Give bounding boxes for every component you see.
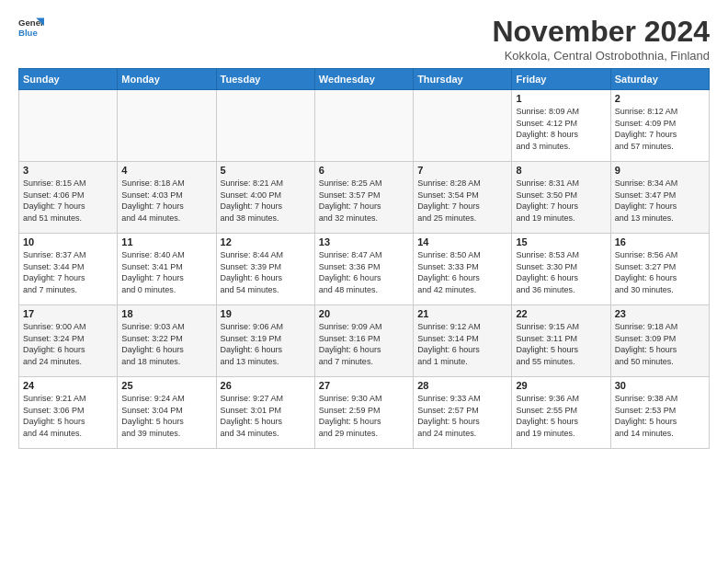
day-number: 3 — [23, 165, 113, 176]
day-number: 9 — [615, 165, 705, 176]
logo-icon: General Blue — [18, 15, 44, 40]
day-info: Sunrise: 9:21 AM Sunset: 3:06 PM Dayligh… — [23, 393, 113, 439]
day-info: Sunrise: 8:50 AM Sunset: 3:33 PM Dayligh… — [417, 249, 507, 295]
day-cell: 19Sunrise: 9:06 AM Sunset: 3:19 PM Dayli… — [216, 305, 314, 377]
day-info: Sunrise: 9:24 AM Sunset: 3:04 PM Dayligh… — [121, 393, 211, 439]
day-info: Sunrise: 8:18 AM Sunset: 4:03 PM Dayligh… — [121, 178, 211, 224]
day-cell: 9Sunrise: 8:34 AM Sunset: 3:47 PM Daylig… — [610, 162, 709, 234]
day-number: 4 — [121, 165, 211, 176]
day-cell — [314, 90, 413, 162]
page-container: General Blue November 2024 Kokkola, Cent… — [0, 0, 728, 458]
day-info: Sunrise: 8:47 AM Sunset: 3:36 PM Dayligh… — [319, 249, 409, 295]
day-number: 28 — [417, 380, 507, 391]
calendar-table: SundayMondayTuesdayWednesdayThursdayFrid… — [18, 68, 710, 449]
day-info: Sunrise: 9:09 AM Sunset: 3:16 PM Dayligh… — [319, 321, 409, 367]
day-cell: 15Sunrise: 8:53 AM Sunset: 3:30 PM Dayli… — [512, 234, 610, 305]
day-info: Sunrise: 8:53 AM Sunset: 3:30 PM Dayligh… — [516, 249, 606, 295]
day-info: Sunrise: 8:28 AM Sunset: 3:54 PM Dayligh… — [417, 178, 507, 224]
day-cell — [19, 90, 118, 162]
day-info: Sunrise: 9:33 AM Sunset: 2:57 PM Dayligh… — [417, 393, 507, 439]
day-cell: 7Sunrise: 8:28 AM Sunset: 3:54 PM Daylig… — [414, 162, 512, 234]
day-info: Sunrise: 9:38 AM Sunset: 2:53 PM Dayligh… — [615, 393, 705, 439]
week-row-3: 10Sunrise: 8:37 AM Sunset: 3:44 PM Dayli… — [19, 234, 710, 305]
day-cell: 4Sunrise: 8:18 AM Sunset: 4:03 PM Daylig… — [118, 162, 216, 234]
day-header-tuesday: Tuesday — [216, 69, 314, 90]
week-row-2: 3Sunrise: 8:15 AM Sunset: 4:06 PM Daylig… — [19, 162, 710, 234]
day-info: Sunrise: 9:12 AM Sunset: 3:14 PM Dayligh… — [417, 321, 507, 367]
day-cell: 30Sunrise: 9:38 AM Sunset: 2:53 PM Dayli… — [610, 377, 709, 449]
day-cell: 11Sunrise: 8:40 AM Sunset: 3:41 PM Dayli… — [118, 234, 216, 305]
day-number: 25 — [121, 380, 211, 391]
day-info: Sunrise: 8:44 AM Sunset: 3:39 PM Dayligh… — [221, 249, 311, 295]
day-cell: 10Sunrise: 8:37 AM Sunset: 3:44 PM Dayli… — [19, 234, 118, 305]
day-cell: 25Sunrise: 9:24 AM Sunset: 3:04 PM Dayli… — [118, 377, 216, 449]
day-info: Sunrise: 8:37 AM Sunset: 3:44 PM Dayligh… — [23, 249, 113, 295]
day-cell: 2Sunrise: 8:12 AM Sunset: 4:09 PM Daylig… — [610, 90, 709, 162]
day-cell: 24Sunrise: 9:21 AM Sunset: 3:06 PM Dayli… — [19, 377, 118, 449]
day-number: 23 — [615, 308, 705, 319]
title-block: November 2024 Kokkola, Central Ostroboth… — [492, 15, 710, 63]
day-number: 27 — [319, 380, 409, 391]
day-number: 20 — [319, 308, 409, 319]
day-info: Sunrise: 8:09 AM Sunset: 4:12 PM Dayligh… — [516, 106, 606, 152]
day-info: Sunrise: 9:06 AM Sunset: 3:19 PM Dayligh… — [221, 321, 311, 367]
day-cell: 16Sunrise: 8:56 AM Sunset: 3:27 PM Dayli… — [610, 234, 709, 305]
day-number: 11 — [121, 236, 211, 247]
day-number: 16 — [615, 236, 705, 247]
day-cell: 26Sunrise: 9:27 AM Sunset: 3:01 PM Dayli… — [216, 377, 314, 449]
day-info: Sunrise: 9:15 AM Sunset: 3:11 PM Dayligh… — [516, 321, 606, 367]
day-info: Sunrise: 8:40 AM Sunset: 3:41 PM Dayligh… — [121, 249, 211, 295]
day-number: 6 — [319, 165, 409, 176]
day-header-friday: Friday — [512, 69, 610, 90]
day-number: 26 — [221, 380, 311, 391]
day-cell: 22Sunrise: 9:15 AM Sunset: 3:11 PM Dayli… — [512, 305, 610, 377]
day-info: Sunrise: 8:12 AM Sunset: 4:09 PM Dayligh… — [615, 106, 705, 152]
day-number: 5 — [221, 165, 311, 176]
day-number: 29 — [516, 380, 606, 391]
svg-text:Blue: Blue — [18, 28, 38, 38]
day-info: Sunrise: 9:27 AM Sunset: 3:01 PM Dayligh… — [221, 393, 311, 439]
day-info: Sunrise: 9:18 AM Sunset: 3:09 PM Dayligh… — [615, 321, 705, 367]
day-number: 19 — [221, 308, 311, 319]
day-cell: 27Sunrise: 9:30 AM Sunset: 2:59 PM Dayli… — [314, 377, 413, 449]
day-cell: 3Sunrise: 8:15 AM Sunset: 4:06 PM Daylig… — [19, 162, 118, 234]
day-cell: 12Sunrise: 8:44 AM Sunset: 3:39 PM Dayli… — [216, 234, 314, 305]
day-info: Sunrise: 8:25 AM Sunset: 3:57 PM Dayligh… — [319, 178, 409, 224]
day-info: Sunrise: 9:03 AM Sunset: 3:22 PM Dayligh… — [121, 321, 211, 367]
header-row: SundayMondayTuesdayWednesdayThursdayFrid… — [19, 69, 710, 90]
day-info: Sunrise: 8:34 AM Sunset: 3:47 PM Dayligh… — [615, 178, 705, 224]
day-cell: 23Sunrise: 9:18 AM Sunset: 3:09 PM Dayli… — [610, 305, 709, 377]
day-cell: 17Sunrise: 9:00 AM Sunset: 3:24 PM Dayli… — [19, 305, 118, 377]
day-number: 15 — [516, 236, 606, 247]
day-cell: 28Sunrise: 9:33 AM Sunset: 2:57 PM Dayli… — [414, 377, 512, 449]
day-cell: 1Sunrise: 8:09 AM Sunset: 4:12 PM Daylig… — [512, 90, 610, 162]
day-header-monday: Monday — [118, 69, 216, 90]
day-info: Sunrise: 8:21 AM Sunset: 4:00 PM Dayligh… — [221, 178, 311, 224]
day-header-wednesday: Wednesday — [314, 69, 413, 90]
day-number: 2 — [615, 93, 705, 104]
day-number: 18 — [121, 308, 211, 319]
day-header-thursday: Thursday — [414, 69, 512, 90]
day-info: Sunrise: 8:56 AM Sunset: 3:27 PM Dayligh… — [615, 249, 705, 295]
week-row-5: 24Sunrise: 9:21 AM Sunset: 3:06 PM Dayli… — [19, 377, 710, 449]
day-cell: 21Sunrise: 9:12 AM Sunset: 3:14 PM Dayli… — [414, 305, 512, 377]
day-number: 24 — [23, 380, 113, 391]
day-number: 17 — [23, 308, 113, 319]
day-info: Sunrise: 9:00 AM Sunset: 3:24 PM Dayligh… — [23, 321, 113, 367]
day-cell: 20Sunrise: 9:09 AM Sunset: 3:16 PM Dayli… — [314, 305, 413, 377]
day-number: 14 — [417, 236, 507, 247]
logo: General Blue — [18, 15, 44, 40]
day-number: 1 — [516, 93, 606, 104]
day-info: Sunrise: 9:30 AM Sunset: 2:59 PM Dayligh… — [319, 393, 409, 439]
day-cell: 13Sunrise: 8:47 AM Sunset: 3:36 PM Dayli… — [314, 234, 413, 305]
day-number: 21 — [417, 308, 507, 319]
day-cell: 14Sunrise: 8:50 AM Sunset: 3:33 PM Dayli… — [414, 234, 512, 305]
week-row-1: 1Sunrise: 8:09 AM Sunset: 4:12 PM Daylig… — [19, 90, 710, 162]
day-info: Sunrise: 8:31 AM Sunset: 3:50 PM Dayligh… — [516, 178, 606, 224]
day-number: 7 — [417, 165, 507, 176]
day-header-saturday: Saturday — [610, 69, 709, 90]
day-cell: 8Sunrise: 8:31 AM Sunset: 3:50 PM Daylig… — [512, 162, 610, 234]
day-number: 13 — [319, 236, 409, 247]
day-cell: 6Sunrise: 8:25 AM Sunset: 3:57 PM Daylig… — [314, 162, 413, 234]
day-number: 22 — [516, 308, 606, 319]
